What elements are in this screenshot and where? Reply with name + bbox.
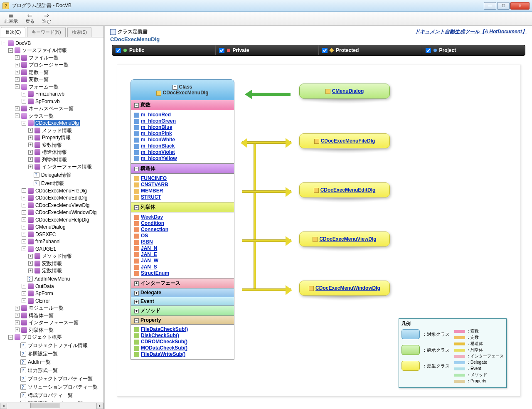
derived-class-link[interactable]: CDocExecMenuEditDlg xyxy=(320,187,376,193)
tree-method-info[interactable]: +メソッド情報 xyxy=(28,127,73,134)
tree-g-method[interactable]: +メソッド情報 xyxy=(28,253,73,259)
tree-struct-info[interactable]: +構造体情報 xyxy=(28,149,68,155)
collapse-all-icon[interactable]: ⌃ xyxy=(172,85,177,90)
tree-enum-info[interactable]: +列挙体情報 xyxy=(28,156,68,163)
member-link[interactable]: StructEnum xyxy=(134,270,231,276)
tree-output[interactable]: 出力形式一覧 xyxy=(15,367,59,374)
back-button[interactable]: ⇐戻る xyxy=(25,12,34,25)
member-link[interactable]: m_hIconGreen xyxy=(134,118,231,124)
tree-cmenudialog[interactable]: +CMenuDialog xyxy=(22,224,66,230)
sidebar-hscroll[interactable]: ◂ ▸ xyxy=(0,402,103,409)
tree-cfg-prop[interactable]: 構成プロパティ一覧 xyxy=(15,392,74,399)
tree-delegate-info[interactable]: Delegate情報 xyxy=(28,172,72,178)
tree-class-list[interactable]: −クラス一覧 xyxy=(15,113,54,119)
member-link[interactable]: Connection xyxy=(134,227,231,233)
section-method-header[interactable]: +メソッド xyxy=(131,306,234,316)
section-vars-header[interactable]: −変数 xyxy=(131,100,234,110)
minimize-button[interactable]: — xyxy=(484,2,496,10)
member-link[interactable]: MODataCheckSub() xyxy=(134,345,231,351)
tree-file-list[interactable]: +ファイル一覧 xyxy=(15,54,59,61)
tree-g-var[interactable]: +変数情報 xyxy=(28,260,63,267)
member-link[interactable]: JAN_S xyxy=(134,264,231,270)
tree-const-list[interactable]: +定数一覧 xyxy=(15,69,49,76)
tree-frmzuhan[interactable]: +Frmzuhan.vb xyxy=(22,91,65,97)
tab-keyword[interactable]: キーワード(N) xyxy=(27,27,65,37)
member-link[interactable]: m_hIconBlue xyxy=(134,124,231,131)
tree-class-view[interactable]: +CDocExecMenuViewDlg xyxy=(22,202,91,209)
parent-class-link[interactable]: CMenuDialog xyxy=(332,88,364,94)
filter-public-checkbox[interactable] xyxy=(116,48,121,53)
close-button[interactable]: ✕ xyxy=(510,2,530,10)
filter-protected-checkbox[interactable] xyxy=(322,48,328,53)
tree-property-info[interactable]: +Property情報 xyxy=(28,134,71,141)
tree-proj-prop[interactable]: プロジェクトプロパティ一覧 xyxy=(15,375,94,382)
tree-root[interactable]: −DocVB xyxy=(2,40,32,47)
tree-spform[interactable]: +SpForm.vb xyxy=(22,98,61,105)
forward-button[interactable]: ⇒進む xyxy=(42,12,51,25)
member-link[interactable]: FUNCINFO xyxy=(134,175,231,182)
tree-ref-set[interactable]: 参照設定一覧 xyxy=(15,350,59,357)
member-link[interactable]: CDROMCheckSub() xyxy=(134,339,231,345)
tree-form-list[interactable]: −フォーム一覧 xyxy=(15,84,59,90)
scroll-left-button[interactable]: ◂ xyxy=(0,403,7,409)
filter-project[interactable]: Project xyxy=(422,45,525,55)
tree-class-file[interactable]: +CDocExecMenuFileDlg xyxy=(22,187,88,194)
section-property-header[interactable]: −Property xyxy=(131,316,234,325)
tree-class-window[interactable]: +CDocExecMenuWindowDlg xyxy=(22,209,97,216)
tree-module-list[interactable]: +モジュール一覧 xyxy=(15,305,64,311)
tree-spform2[interactable]: +SpForm xyxy=(22,290,54,297)
tree-sol-prop[interactable]: ソリューションプロパティ一覧 xyxy=(15,384,99,390)
tree-class-help[interactable]: +CDocExecMenuHelpDlg xyxy=(22,217,90,223)
section-event-header[interactable]: +Event xyxy=(131,297,234,306)
member-link[interactable]: m_hIconRed xyxy=(134,112,231,118)
tree-var-list[interactable]: +変数一覧 xyxy=(15,76,49,83)
section-enums-header[interactable]: −列挙体 xyxy=(131,202,234,212)
section-delegate-header[interactable]: +Delegate xyxy=(131,288,234,297)
tree-proj-file[interactable]: プロジェクトファイル情報 xyxy=(15,342,89,349)
derived-class-link[interactable]: CDocExecMenuFileDlg xyxy=(321,138,375,144)
tree-event-info[interactable]: Event情報 xyxy=(28,180,65,187)
tree-gauge[interactable]: −GAUGE1 xyxy=(22,246,57,252)
tree-project[interactable]: −プロジェクト概要 xyxy=(8,334,63,340)
member-link[interactable]: ISBN xyxy=(134,239,231,245)
section-iface-header[interactable]: +インターフェース xyxy=(131,278,234,288)
member-link[interactable]: m_hIconWhite xyxy=(134,137,231,143)
filter-project-checkbox[interactable] xyxy=(426,48,431,53)
member-link[interactable]: m_hIconYellow xyxy=(134,155,231,162)
derived-class-link[interactable]: CDocExecMenuViewDlg xyxy=(319,236,376,242)
tree-cerror[interactable]: +CError xyxy=(22,298,51,304)
member-link[interactable]: m_hIconBlack xyxy=(134,143,231,149)
tree-addin[interactable]: AddInNewMenu xyxy=(22,276,71,282)
member-link[interactable]: m_hIconViolet xyxy=(134,149,231,155)
tree-g-const[interactable]: +定数情報 xyxy=(28,267,63,274)
tree-enum-list[interactable]: +列挙体一覧 xyxy=(15,327,54,333)
tree-struct-list[interactable]: +構造体一覧 xyxy=(15,312,54,319)
member-link[interactable]: STRUCT xyxy=(134,194,231,200)
member-link[interactable]: Condition xyxy=(134,220,231,227)
tab-search[interactable]: 検索(S) xyxy=(67,27,92,37)
member-link[interactable]: JAN_E xyxy=(134,251,231,258)
hide-button[interactable]: ▤非表示 xyxy=(4,12,18,25)
scroll-right-button[interactable]: ▸ xyxy=(96,403,103,409)
tree-frmzuhanni[interactable]: +frmZuhanni xyxy=(22,238,62,245)
tree-outdata[interactable]: +OutData xyxy=(22,283,55,290)
member-link[interactable]: FileDataWriteSub() xyxy=(134,351,231,357)
member-link[interactable]: FileDataCheckSub() xyxy=(134,326,231,333)
member-link[interactable]: JAN_W xyxy=(134,258,231,264)
member-link[interactable]: MEMBER xyxy=(134,188,231,194)
member-link[interactable]: m_hIconPink xyxy=(134,131,231,137)
maximize-button[interactable]: ☐ xyxy=(497,2,510,10)
derived-class-link[interactable]: CDocExecMenuWindowDlg xyxy=(315,285,380,291)
filter-public[interactable]: Public xyxy=(112,45,216,55)
member-link[interactable]: WeekDay xyxy=(134,214,231,220)
filter-private[interactable]: Private xyxy=(216,45,319,55)
tree-class-edit[interactable]: +CDocExecMenuEditDlg xyxy=(22,195,88,201)
tree-ns-list[interactable]: +ネームスペース一覧 xyxy=(15,105,74,112)
tool-link[interactable]: ドキュメント自動生成ツール【A HotDocument】 xyxy=(415,28,527,35)
tree-addin-list[interactable]: AddIn一覧 xyxy=(15,359,52,365)
tree-var-info[interactable]: +変数情報 xyxy=(28,142,63,148)
member-link[interactable]: DiskCheckSub() xyxy=(134,333,231,339)
scroll-thumb[interactable] xyxy=(30,403,59,408)
member-link[interactable]: CNSTVARB xyxy=(134,182,231,188)
tab-contents[interactable]: 目次(C) xyxy=(1,27,25,37)
